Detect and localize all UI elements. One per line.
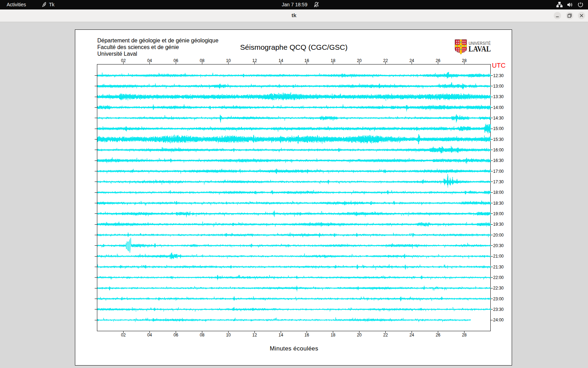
svg-text:21:30: 21:30 <box>493 265 504 270</box>
svg-text:15:00: 15:00 <box>493 126 504 131</box>
svg-text:Faculté des sciences et de gén: Faculté des sciences et de génie <box>97 44 179 50</box>
svg-text:Minutes écoulées: Minutes écoulées <box>270 345 318 352</box>
svg-text:02: 02 <box>121 333 126 338</box>
svg-text:14: 14 <box>279 58 284 63</box>
svg-text:18: 18 <box>331 333 336 338</box>
svg-text:23:00: 23:00 <box>493 297 504 301</box>
svg-text:22:00: 22:00 <box>493 275 504 280</box>
svg-text:LAVAL: LAVAL <box>469 45 491 53</box>
svg-text:28: 28 <box>462 333 467 338</box>
svg-text:21:00: 21:00 <box>493 254 504 259</box>
svg-text:02: 02 <box>121 58 126 63</box>
svg-text:UTC: UTC <box>492 62 506 69</box>
svg-text:19:00: 19:00 <box>493 211 504 216</box>
svg-text:15:30: 15:30 <box>493 137 504 142</box>
svg-text:04: 04 <box>147 58 152 63</box>
svg-text:13:00: 13:00 <box>493 84 504 89</box>
svg-text:04: 04 <box>147 333 152 338</box>
svg-text:17:00: 17:00 <box>493 169 504 174</box>
svg-text:13:30: 13:30 <box>493 94 504 99</box>
svg-text:23:30: 23:30 <box>493 307 504 312</box>
svg-text:14: 14 <box>279 333 284 338</box>
svg-text:16: 16 <box>304 58 309 63</box>
svg-text:16: 16 <box>304 333 309 338</box>
svg-text:20: 20 <box>357 58 362 63</box>
svg-text:16:30: 16:30 <box>493 158 504 163</box>
svg-text:12: 12 <box>252 58 257 63</box>
svg-text:20:30: 20:30 <box>493 243 504 248</box>
svg-text:18:30: 18:30 <box>493 201 504 206</box>
svg-text:10: 10 <box>226 58 231 63</box>
svg-text:06: 06 <box>174 58 178 63</box>
svg-text:18: 18 <box>331 58 336 63</box>
svg-text:14:30: 14:30 <box>493 116 504 121</box>
svg-text:10: 10 <box>226 333 231 338</box>
svg-text:12:30: 12:30 <box>493 73 504 78</box>
svg-text:22: 22 <box>383 333 388 338</box>
svg-text:28: 28 <box>462 58 467 63</box>
svg-text:26: 26 <box>436 333 441 338</box>
svg-text:20:00: 20:00 <box>493 233 504 238</box>
svg-text:Séismographe QCQ (CGC/GSC): Séismographe QCQ (CGC/GSC) <box>240 43 348 51</box>
svg-text:Université Laval: Université Laval <box>97 51 137 57</box>
svg-text:19:30: 19:30 <box>493 222 504 227</box>
svg-text:24:00: 24:00 <box>493 318 504 322</box>
svg-text:26: 26 <box>436 58 441 63</box>
svg-text:24: 24 <box>410 333 414 338</box>
svg-text:08: 08 <box>200 333 205 338</box>
svg-text:24: 24 <box>410 58 414 63</box>
svg-text:22:30: 22:30 <box>493 286 504 291</box>
svg-text:12: 12 <box>252 333 257 338</box>
svg-text:18:00: 18:00 <box>493 190 504 195</box>
svg-text:06: 06 <box>174 333 178 338</box>
svg-text:14:00: 14:00 <box>493 105 504 110</box>
svg-text:22: 22 <box>383 58 388 63</box>
svg-text:Département de géologie et de: Département de géologie et de génie géol… <box>97 38 218 43</box>
svg-text:16:00: 16:00 <box>493 148 504 152</box>
svg-text:08: 08 <box>200 58 205 63</box>
svg-text:17:30: 17:30 <box>493 179 504 184</box>
svg-text:20: 20 <box>357 333 362 338</box>
